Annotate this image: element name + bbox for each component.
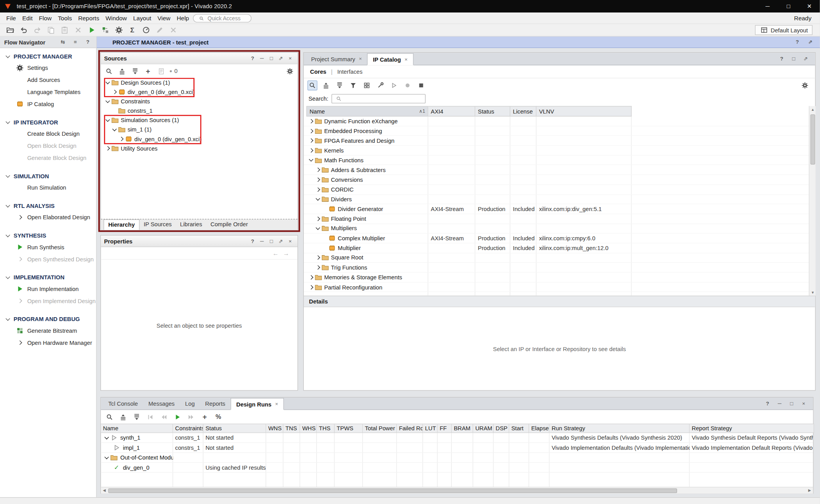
column-header-failed-routes[interactable]: Failed Routes (397, 424, 423, 433)
ip-catalog-row[interactable]: Trig Functions (304, 263, 815, 273)
tab-messages[interactable]: Messages (143, 398, 180, 410)
tab-reports[interactable]: Reports (200, 398, 230, 410)
vertical-scrollbar[interactable]: ▲ ▼ (809, 106, 815, 296)
expander-right-icon[interactable] (314, 215, 321, 223)
float-icon[interactable]: □ (788, 399, 796, 407)
plus-button[interactable]: + (200, 412, 209, 422)
column-header-axi4[interactable]: AXI4 (428, 106, 476, 117)
maximize-button[interactable]: □ (778, 0, 799, 12)
menu-file[interactable]: File (3, 12, 19, 23)
help-icon[interactable]: ? (248, 237, 257, 245)
menu-window[interactable]: Window (102, 12, 130, 23)
ip-catalog-row[interactable]: Dividers (304, 195, 815, 204)
expander-down-icon[interactable] (104, 116, 111, 124)
scroll-up-arrow[interactable]: ▲ (809, 106, 816, 113)
search-button[interactable] (105, 412, 114, 422)
squares-button[interactable] (362, 80, 372, 90)
expander-down-icon[interactable] (307, 156, 314, 164)
help-icon[interactable]: ? (763, 399, 772, 407)
column-header-tpws[interactable]: TPWS (335, 424, 363, 433)
column-header-status[interactable]: Status (203, 424, 266, 433)
delete-button[interactable] (72, 25, 84, 35)
ip-catalog-row[interactable]: Partial Reconfiguration (304, 282, 815, 292)
filter-button[interactable] (348, 80, 358, 90)
expander-right-icon[interactable] (307, 117, 314, 125)
column-header-license[interactable]: License (510, 106, 537, 117)
expander-down-icon[interactable] (111, 125, 118, 133)
expander-down-icon[interactable] (103, 453, 110, 461)
quick-access-search[interactable]: Quick Access (193, 14, 251, 22)
column-header-status[interactable]: Status (475, 106, 510, 117)
float-icon[interactable]: □ (267, 237, 275, 245)
column-header-name[interactable]: Name (101, 424, 173, 433)
help-icon[interactable]: ? (248, 54, 257, 62)
close-tab-icon[interactable]: × (275, 398, 278, 410)
fn-section-header-synthesis[interactable]: SYNTHESIS (0, 230, 96, 241)
expand-all-button[interactable] (335, 80, 344, 90)
ip-catalog-row[interactable]: Floating Point (304, 214, 815, 224)
search-button[interactable] (104, 66, 113, 76)
run-button[interactable] (173, 412, 182, 422)
expander-right-icon[interactable] (307, 127, 314, 135)
gear-icon[interactable] (285, 66, 294, 76)
maximize-icon[interactable]: ⇗ (276, 237, 285, 245)
tree-row-simulation-sources[interactable]: Simulation Sources (1) (101, 115, 297, 125)
redo-button[interactable] (31, 25, 43, 35)
menu-flow[interactable]: Flow (36, 12, 55, 23)
fn-item-create-block-design[interactable]: Create Block Design (0, 128, 96, 140)
undo-button[interactable] (18, 25, 29, 35)
collapse-all-button[interactable] (117, 66, 127, 76)
ip-catalog-row[interactable]: Square Root (304, 253, 815, 263)
help-icon[interactable]: ? (84, 38, 92, 46)
gauge-button[interactable] (140, 25, 152, 35)
fn-item-open-implemented-design[interactable]: Open Implemented Design (0, 295, 96, 307)
help-icon[interactable]: ? (793, 38, 801, 46)
ip-catalog-row[interactable]: FPGA Features and Design (304, 136, 815, 146)
tab-log[interactable]: Log (180, 398, 200, 410)
column-header-bram[interactable]: BRAM (452, 424, 473, 433)
scroll-down-arrow[interactable]: ▼ (809, 289, 816, 295)
edit-pencil-button[interactable] (154, 25, 165, 35)
layout-selector[interactable]: Default Layout (755, 25, 813, 35)
stop-button[interactable] (416, 80, 426, 90)
play-outline-button[interactable] (389, 80, 399, 90)
column-header-report-strategy[interactable]: Report Strategy (690, 424, 814, 433)
fn-item-language-templates[interactable]: Language Templates (0, 86, 96, 98)
expander-down-icon[interactable] (314, 195, 321, 203)
maximize-icon[interactable]: ⇗ (806, 38, 815, 46)
fn-section-header-project-manager[interactable]: PROJECT MANAGER (0, 51, 96, 62)
tree-row-div-gen-0[interactable]: div_gen_0 (div_gen_0.xci) (101, 87, 297, 97)
ip-catalog-row[interactable]: Divider GeneratorAXI4-StreamProductionIn… (304, 204, 815, 214)
copy-button[interactable] (45, 25, 56, 35)
sources-tab-hierarchy[interactable]: Hierarchy (103, 219, 139, 230)
tree-row-constraints[interactable]: Constraints (101, 97, 297, 106)
column-header-dsp[interactable]: DSP (494, 424, 509, 433)
design-run-row-synth-1[interactable]: synth_1constrs_1Not startedVivado Synthe… (101, 433, 813, 443)
ip-catalog-row[interactable]: MultiplierProductionIncludedxilinx.com:i… (304, 243, 815, 253)
expander-down-icon[interactable] (103, 433, 110, 442)
tree-row-constrs-1[interactable]: constrs_1 (101, 106, 297, 115)
close-icon[interactable]: × (286, 54, 294, 62)
column-header-start[interactable]: Start (509, 424, 529, 433)
report-button[interactable] (156, 66, 166, 76)
column-header-elapsed[interactable]: Elapsed (529, 424, 549, 433)
menu-tools[interactable]: Tools (55, 12, 75, 23)
scroll-right-arrow[interactable]: ▶ (806, 487, 813, 493)
tab-ip-catalog[interactable]: IP Catalog× (367, 53, 413, 66)
gear-icon[interactable] (800, 80, 810, 90)
float-icon[interactable]: □ (790, 54, 798, 62)
column-header-constraints[interactable]: Constraints (173, 424, 203, 433)
arrow-right-button[interactable]: → (283, 249, 289, 257)
menu-icon[interactable]: ≡ (71, 38, 79, 46)
expander-down-icon[interactable] (104, 78, 111, 87)
expand-all-button[interactable] (130, 66, 139, 76)
cancel-button[interactable] (167, 25, 178, 35)
sources-tab-ip-sources[interactable]: IP Sources (139, 219, 176, 230)
expander-right-icon[interactable] (307, 273, 314, 281)
expander-right-icon[interactable] (314, 185, 321, 193)
expander-right-icon[interactable] (314, 254, 321, 262)
tab-design-runs[interactable]: Design Runs× (230, 398, 284, 410)
expander-right-icon[interactable] (314, 176, 321, 184)
run-button[interactable] (86, 25, 97, 35)
expand-all-button[interactable] (132, 412, 141, 422)
